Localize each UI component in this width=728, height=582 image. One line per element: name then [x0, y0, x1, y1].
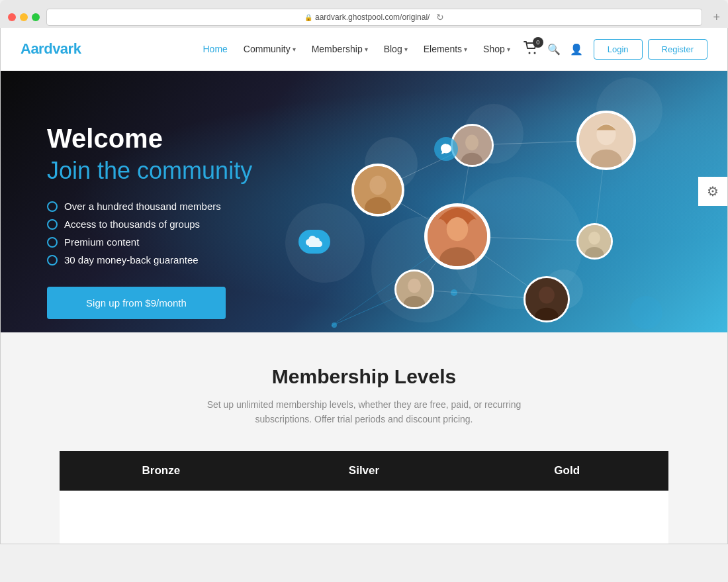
- hero-title: Welcome: [47, 124, 252, 153]
- reload-button[interactable]: ↻: [436, 12, 444, 23]
- avatar-1: [351, 164, 404, 217]
- membership-card-silver[interactable]: Silver: [263, 451, 466, 544]
- nav-membership[interactable]: Membership ▾: [312, 44, 368, 54]
- nav-elements[interactable]: Elements ▾: [424, 44, 467, 54]
- feature-bullet-3: [47, 237, 58, 248]
- silver-header: Silver: [263, 451, 466, 491]
- close-button[interactable]: [8, 13, 16, 21]
- auth-buttons: Login Register: [594, 39, 707, 60]
- settings-gear-button[interactable]: ⚙: [698, 177, 727, 206]
- bokeh-dot-1: [332, 322, 337, 328]
- logo[interactable]: Aardvark: [21, 40, 81, 58]
- membership-chevron-icon: ▾: [365, 46, 368, 53]
- address-bar[interactable]: 🔒 aardvark.ghostpool.com/original/ ↻: [46, 9, 702, 26]
- logo-text-2: vark: [52, 40, 81, 57]
- avatar-5: [576, 223, 613, 260]
- svg-point-33: [539, 287, 555, 304]
- maximize-button[interactable]: [32, 13, 40, 21]
- membership-card-bronze[interactable]: Bronze: [60, 451, 263, 544]
- bronze-header: Bronze: [60, 451, 263, 491]
- main-nav: Home Community ▾ Membership ▾ Blog ▾ Ele…: [203, 44, 510, 54]
- lock-icon: 🔒: [304, 14, 312, 21]
- avatar-3: [576, 111, 636, 170]
- gold-header: Gold: [465, 451, 668, 491]
- search-icon[interactable]: 🔍: [547, 43, 561, 56]
- feature-bullet-2: [47, 219, 58, 230]
- url-text: aardvark.ghostpool.com/original/: [315, 13, 430, 22]
- avatar-6: [394, 269, 434, 309]
- membership-description: Set up unlimited membership levels, whet…: [192, 397, 536, 427]
- svg-point-0: [528, 52, 530, 54]
- feature-bullet-1: [47, 201, 58, 212]
- register-button[interactable]: Register: [648, 39, 707, 60]
- speech-bubble-icon: [434, 137, 458, 161]
- avatar-4: [424, 203, 490, 269]
- silver-body: [263, 491, 466, 544]
- svg-point-30: [408, 279, 421, 293]
- nav-icons: 0 🔍 👤: [523, 41, 583, 57]
- bronze-body: [60, 491, 263, 544]
- new-tab-button[interactable]: +: [713, 11, 720, 24]
- avatar-7: [523, 276, 570, 322]
- feature-bullet-4: [47, 255, 58, 266]
- hero-features-list: Over a hundred thousand members Access t…: [47, 201, 252, 266]
- nav-blog[interactable]: Blog ▾: [384, 44, 408, 54]
- elements-chevron-icon: ▾: [464, 46, 467, 53]
- logo-text-1: Aard: [21, 40, 52, 57]
- gold-body: [465, 491, 668, 544]
- svg-point-24: [447, 217, 468, 241]
- nav-home[interactable]: Home: [203, 44, 227, 54]
- bokeh-circle-8: [629, 296, 662, 329]
- bokeh-dot-2: [451, 289, 457, 296]
- feature-1: Over a hundred thousand members: [47, 201, 252, 212]
- user-icon[interactable]: 👤: [570, 43, 583, 56]
- membership-card-gold[interactable]: Gold: [465, 451, 668, 544]
- cart-icon[interactable]: 0: [523, 41, 538, 57]
- membership-cards: Bronze Silver Gold: [60, 451, 668, 544]
- community-chevron-icon: ▾: [293, 46, 296, 53]
- svg-point-16: [371, 177, 385, 193]
- hero-content: Welcome Join the community Over a hundre…: [47, 124, 252, 319]
- blog-chevron-icon: ▾: [404, 46, 408, 53]
- feature-2: Access to thousands of groups: [47, 218, 252, 230]
- cloud-icon: [298, 230, 330, 254]
- nav-community[interactable]: Community ▾: [244, 44, 296, 54]
- minimize-button[interactable]: [20, 13, 28, 21]
- hero-section: ⚙ Welcome Join the community Over a hund…: [1, 71, 727, 332]
- shop-chevron-icon: ▾: [507, 46, 510, 53]
- svg-point-18: [465, 135, 478, 151]
- membership-section: Membership Levels Set up unlimited membe…: [1, 332, 727, 544]
- svg-point-27: [588, 232, 600, 245]
- cta-button[interactable]: Sign up from $9/month: [47, 287, 226, 319]
- browser-window: Aardvark Home Community ▾ Membership ▾ B…: [0, 28, 728, 544]
- cart-count: 0: [533, 37, 543, 48]
- login-button[interactable]: Login: [594, 39, 643, 60]
- nav-shop[interactable]: Shop ▾: [483, 44, 510, 54]
- traffic-lights: [8, 13, 40, 21]
- svg-point-1: [533, 52, 535, 54]
- hero-subtitle: Join the community: [47, 157, 252, 185]
- feature-4: 30 day money-back guarantee: [47, 254, 252, 266]
- site-header: Aardvark Home Community ▾ Membership ▾ B…: [1, 28, 727, 71]
- feature-3: Premium content: [47, 236, 252, 248]
- membership-title: Membership Levels: [21, 365, 707, 388]
- browser-chrome: 🔒 aardvark.ghostpool.com/original/ ↻ +: [0, 0, 728, 28]
